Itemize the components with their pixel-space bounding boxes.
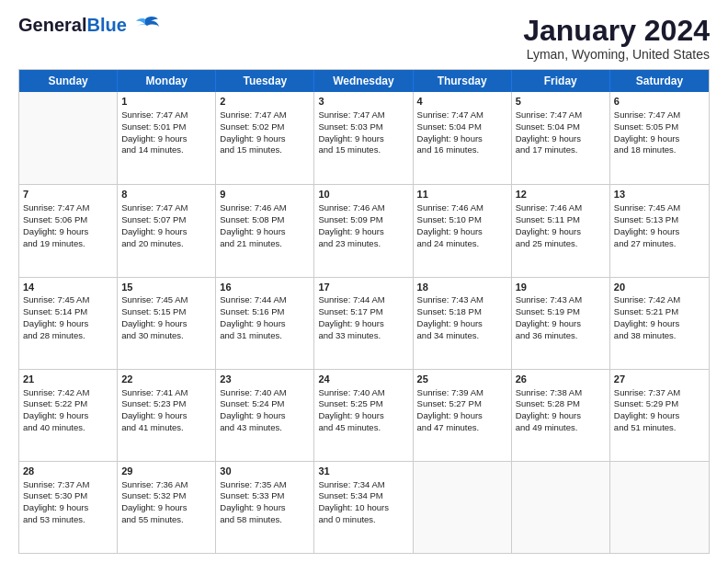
day-number: 22 (121, 373, 211, 386)
cell-line-0: Sunrise: 7:39 AM (417, 387, 507, 399)
day-number: 25 (417, 373, 507, 386)
cell-line-3: and 14 minutes. (121, 144, 211, 156)
calendar-cell: 21Sunrise: 7:42 AMSunset: 5:22 PMDayligh… (19, 370, 118, 461)
cell-line-3: and 33 minutes. (318, 330, 408, 342)
cell-line-3: and 17 minutes. (516, 144, 606, 156)
day-number: 20 (614, 281, 705, 294)
cell-line-0: Sunrise: 7:44 AM (318, 294, 408, 306)
cell-line-2: Daylight: 9 hours (220, 318, 310, 330)
cell-line-3: and 19 minutes. (23, 238, 113, 250)
day-number: 31 (318, 465, 408, 478)
calendar-cell: 18Sunrise: 7:43 AMSunset: 5:18 PMDayligh… (414, 278, 512, 369)
cell-line-2: Daylight: 9 hours (121, 318, 211, 330)
cell-line-3: and 21 minutes. (220, 238, 310, 250)
day-number: 6 (614, 95, 705, 109)
month-title: January 2024 (523, 15, 710, 47)
cell-line-2: Daylight: 9 hours (417, 133, 507, 145)
cell-line-1: Sunset: 5:28 PM (516, 398, 606, 410)
cell-line-0: Sunrise: 7:45 AM (121, 294, 211, 306)
calendar-row-1: 1Sunrise: 7:47 AMSunset: 5:01 PMDaylight… (19, 92, 709, 184)
day-number: 17 (318, 281, 408, 294)
cell-line-2: Daylight: 9 hours (614, 318, 705, 330)
calendar-row-2: 7Sunrise: 7:47 AMSunset: 5:06 PMDaylight… (19, 184, 709, 276)
calendar-cell (19, 92, 118, 184)
calendar-cell (610, 462, 709, 553)
day-number: 11 (417, 188, 507, 201)
cell-line-2: Daylight: 9 hours (318, 133, 408, 145)
calendar-cell: 12Sunrise: 7:46 AMSunset: 5:11 PMDayligh… (512, 185, 610, 276)
calendar-cell: 8Sunrise: 7:47 AMSunset: 5:07 PMDaylight… (118, 185, 216, 276)
logo: GeneralBlue (18, 15, 160, 36)
day-number: 19 (516, 281, 606, 294)
cell-line-0: Sunrise: 7:47 AM (318, 109, 408, 121)
cell-line-0: Sunrise: 7:38 AM (516, 387, 606, 399)
logo-bird-icon (131, 16, 160, 36)
day-number: 21 (23, 373, 113, 386)
header-day-saturday: Saturday (610, 70, 709, 92)
day-number: 29 (121, 465, 211, 478)
cell-line-0: Sunrise: 7:37 AM (614, 387, 705, 399)
day-number: 13 (614, 188, 705, 201)
day-number: 16 (220, 281, 310, 294)
cell-line-1: Sunset: 5:30 PM (23, 490, 113, 502)
cell-line-2: Daylight: 9 hours (417, 318, 507, 330)
cell-line-3: and 55 minutes. (121, 514, 211, 526)
calendar-cell: 27Sunrise: 7:37 AMSunset: 5:29 PMDayligh… (610, 370, 709, 461)
cell-line-0: Sunrise: 7:34 AM (318, 479, 408, 491)
day-number: 4 (417, 95, 507, 109)
calendar-cell: 31Sunrise: 7:34 AMSunset: 5:34 PMDayligh… (314, 462, 413, 553)
calendar-cell: 1Sunrise: 7:47 AMSunset: 5:01 PMDaylight… (118, 92, 216, 184)
cell-line-2: Daylight: 9 hours (220, 502, 310, 514)
cell-line-3: and 36 minutes. (516, 330, 606, 342)
cell-line-0: Sunrise: 7:40 AM (318, 387, 408, 399)
day-number: 1 (121, 95, 211, 109)
calendar-cell (414, 462, 512, 553)
cell-line-1: Sunset: 5:03 PM (318, 121, 408, 133)
cell-line-1: Sunset: 5:34 PM (318, 490, 408, 502)
calendar-cell: 25Sunrise: 7:39 AMSunset: 5:27 PMDayligh… (414, 370, 512, 461)
cell-line-1: Sunset: 5:33 PM (220, 490, 310, 502)
cell-line-3: and 51 minutes. (614, 422, 705, 434)
calendar-row-5: 28Sunrise: 7:37 AMSunset: 5:30 PMDayligh… (19, 461, 709, 553)
calendar-cell: 29Sunrise: 7:36 AMSunset: 5:32 PMDayligh… (118, 462, 216, 553)
cell-line-2: Daylight: 9 hours (318, 226, 408, 238)
calendar-header: SundayMondayTuesdayWednesdayThursdayFrid… (19, 70, 709, 92)
cell-line-0: Sunrise: 7:47 AM (23, 202, 113, 214)
day-number: 15 (121, 281, 211, 294)
calendar-cell: 14Sunrise: 7:45 AMSunset: 5:14 PMDayligh… (19, 278, 118, 369)
day-number: 26 (516, 373, 606, 386)
location: Lyman, Wyoming, United States (523, 47, 710, 62)
cell-line-3: and 24 minutes. (417, 238, 507, 250)
cell-line-2: Daylight: 9 hours (220, 133, 310, 145)
cell-line-3: and 30 minutes. (121, 330, 211, 342)
header-day-thursday: Thursday (414, 70, 512, 92)
cell-line-1: Sunset: 5:21 PM (614, 306, 705, 318)
calendar-cell: 6Sunrise: 7:47 AMSunset: 5:05 PMDaylight… (610, 92, 709, 184)
day-number: 30 (220, 465, 310, 478)
cell-line-3: and 25 minutes. (516, 238, 606, 250)
cell-line-3: and 27 minutes. (614, 238, 705, 250)
calendar-cell: 17Sunrise: 7:44 AMSunset: 5:17 PMDayligh… (314, 278, 413, 369)
cell-line-1: Sunset: 5:02 PM (220, 121, 310, 133)
cell-line-0: Sunrise: 7:47 AM (417, 109, 507, 121)
cell-line-1: Sunset: 5:10 PM (417, 214, 507, 226)
day-number: 12 (516, 188, 606, 201)
logo-text: GeneralBlue (18, 15, 127, 36)
cell-line-0: Sunrise: 7:46 AM (220, 202, 310, 214)
cell-line-2: Daylight: 9 hours (614, 133, 705, 145)
cell-line-3: and 47 minutes. (417, 422, 507, 434)
cell-line-2: Daylight: 9 hours (417, 226, 507, 238)
calendar-cell: 22Sunrise: 7:41 AMSunset: 5:23 PMDayligh… (118, 370, 216, 461)
cell-line-1: Sunset: 5:06 PM (23, 214, 113, 226)
cell-line-2: Daylight: 9 hours (318, 318, 408, 330)
calendar-body: 1Sunrise: 7:47 AMSunset: 5:01 PMDaylight… (19, 92, 709, 553)
calendar-cell: 11Sunrise: 7:46 AMSunset: 5:10 PMDayligh… (414, 185, 512, 276)
calendar-cell: 7Sunrise: 7:47 AMSunset: 5:06 PMDaylight… (19, 185, 118, 276)
calendar-cell: 26Sunrise: 7:38 AMSunset: 5:28 PMDayligh… (512, 370, 610, 461)
page: GeneralBlue January 2024 Lyman, Wyoming,… (0, 0, 728, 563)
cell-line-1: Sunset: 5:07 PM (121, 214, 211, 226)
cell-line-3: and 20 minutes. (121, 238, 211, 250)
cell-line-1: Sunset: 5:01 PM (121, 121, 211, 133)
cell-line-2: Daylight: 9 hours (614, 226, 705, 238)
calendar-cell: 28Sunrise: 7:37 AMSunset: 5:30 PMDayligh… (19, 462, 118, 553)
